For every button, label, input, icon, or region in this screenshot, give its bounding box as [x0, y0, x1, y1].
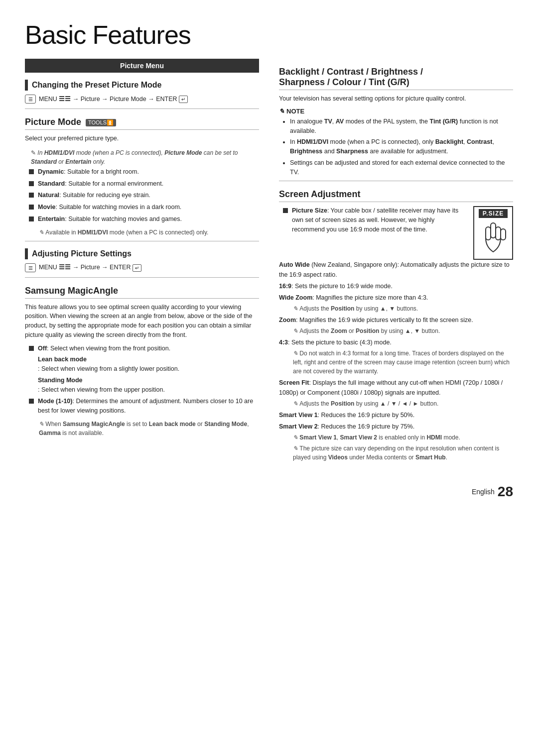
4-3-note: Do not watch in 4:3 format for a long ti… [293, 349, 513, 376]
svg-rect-2 [496, 227, 501, 240]
screen-adj-entries: Auto Wide (New Zealand, Singapore only):… [279, 260, 513, 462]
entry-smart-view-1: Smart View 1: Reduces the 16:9 picture b… [279, 410, 513, 420]
entry-screen-fit: Screen Fit: Displays the full image with… [279, 378, 513, 398]
entry-smart-view-2: Smart View 2: Reduces the 16:9 picture b… [279, 422, 513, 432]
svg-rect-1 [486, 227, 491, 240]
wide-zoom-note: Adjusts the Position by using ▲, ▼ butto… [293, 304, 513, 313]
right-column: Backlight / Contrast / Brightness /Sharp… [279, 59, 513, 464]
bullet [29, 205, 34, 210]
samsung-footer-note: When Samsung MagicAngle is set to Lean b… [39, 420, 259, 437]
changing-preset-instruction-text: MENU ☰☰ → Picture → Picture Mode → ENTER… [39, 95, 188, 103]
picture-mode-title: Picture Mode TOOLS⏫ [25, 117, 259, 130]
page-title: Basic Features [25, 20, 513, 50]
bullet [29, 399, 34, 404]
bullet [29, 193, 34, 198]
samsung-list: Off: Select when viewing from the front … [25, 344, 259, 416]
backlight-title: Backlight / Contrast / Brightness /Sharp… [279, 67, 513, 90]
list-item: Mode (1-10): Determines the amount of ad… [29, 397, 259, 416]
list-item: Movie: Suitable for watching movies in a… [29, 203, 259, 212]
note-item: Settings can be adjusted and stored for … [290, 158, 513, 177]
smart-view-note: Smart View 1, Smart View 2 is enabled on… [293, 433, 513, 442]
screen-adj-list: Picture Size: Your cable box / satellite… [279, 206, 465, 234]
footer: English 28 [25, 484, 513, 500]
psize-label: P.SIZE [479, 209, 508, 218]
entry-wide-zoom: Wide Zoom: Magnifies the picture size mo… [279, 293, 513, 303]
zoom-note: Adjusts the Zoom or Position by using ▲,… [293, 326, 513, 335]
adjusting-instruction: ☰ MENU ☰☰ → Picture → ENTER ↵ [25, 263, 259, 272]
changing-preset-title: Changing the Preset Picture Mode [32, 81, 161, 90]
screen-fit-note: Adjusts the Position by using ▲ / ▼ / ◄ … [293, 399, 513, 408]
picture-mode-description: Select your preferred picture type. [25, 134, 259, 143]
bullet [29, 169, 34, 174]
entertain-sub-note: Available in HDMI1/DVI mode (when a PC i… [39, 228, 259, 237]
header-bar-accent [25, 80, 28, 91]
list-item: Natural: Suitable for reducing eye strai… [29, 191, 259, 200]
bullet [283, 208, 288, 213]
screen-adj-text: Picture Size: Your cable box / satellite… [279, 206, 465, 238]
note-item: In HDMI1/DVI mode (when a PC is connecte… [290, 137, 513, 156]
bullet [29, 181, 34, 186]
header-bar-accent-2 [25, 248, 28, 259]
picture-menu-banner: Picture Menu [25, 59, 259, 73]
tools-badge: TOOLS⏫ [86, 119, 116, 126]
psize-box: P.SIZE [473, 206, 513, 260]
samsung-description: This feature allows you to see optimal s… [25, 303, 259, 340]
changing-preset-instruction: ☰ MENU ☰☰ → Picture → Picture Mode → ENT… [25, 95, 259, 104]
bullet [29, 216, 34, 221]
svg-rect-3 [501, 229, 506, 240]
hand-icon [479, 222, 508, 257]
note-item: In analogue TV, AV modes of the PAL syst… [290, 117, 513, 136]
picture-mode-note: In HDMI1/DVI mode (when a PC is connecte… [31, 148, 259, 166]
note-box: NOTE In analogue TV, AV modes of the PAL… [279, 108, 513, 177]
svg-rect-0 [491, 223, 496, 238]
adjusting-instruction-text: MENU ☰☰ → Picture → ENTER ↵ [39, 263, 141, 271]
samsung-title: Samsung MagicAngle [25, 286, 259, 299]
list-item: Off: Select when viewing from the front … [29, 344, 259, 395]
changing-preset-header: Changing the Preset Picture Mode [25, 80, 259, 91]
entry-16-9: 16:9: Sets the picture to 16:9 wide mode… [279, 281, 513, 291]
adjusting-title: Adjusting Picture Settings [32, 249, 132, 258]
picture-mode-list: Dynamic: Suitable for a bright room. Sta… [25, 167, 259, 224]
footer-lang: English [472, 488, 495, 496]
entry-4-3: 4:3: Sets the picture to basic (4:3) mod… [279, 337, 513, 347]
picture-size-note: The picture size can vary depending on t… [293, 444, 513, 462]
enter-icon-2: ↵ [133, 264, 141, 272]
bullet [29, 346, 34, 351]
entry-auto-wide: Auto Wide (New Zealand, Singapore only):… [279, 260, 513, 280]
list-item: Dynamic: Suitable for a bright room. [29, 167, 259, 177]
list-item: Picture Size: Your cable box / satellite… [283, 206, 465, 234]
list-item: Entertain: Suitable for watching movies … [29, 215, 259, 224]
enter-icon: ↵ [179, 96, 188, 103]
note-list: In analogue TV, AV modes of the PAL syst… [279, 117, 513, 177]
footer-page: 28 [498, 484, 513, 500]
screen-adj-row: Picture Size: Your cable box / satellite… [279, 206, 513, 260]
list-item: Standard: Suitable for a normal environm… [29, 179, 259, 189]
screen-adj-title: Screen Adjustment [279, 189, 513, 202]
menu-icon: ☰ [25, 95, 36, 104]
entry-zoom: Zoom: Magnifies the 16:9 wide pictures v… [279, 315, 513, 325]
adjusting-header: Adjusting Picture Settings [25, 248, 259, 259]
backlight-description: Your television has several setting opti… [279, 94, 513, 104]
menu-icon-2: ☰ [25, 263, 36, 272]
left-column: Picture Menu Changing the Preset Picture… [25, 59, 259, 464]
note-title: NOTE [279, 108, 513, 115]
